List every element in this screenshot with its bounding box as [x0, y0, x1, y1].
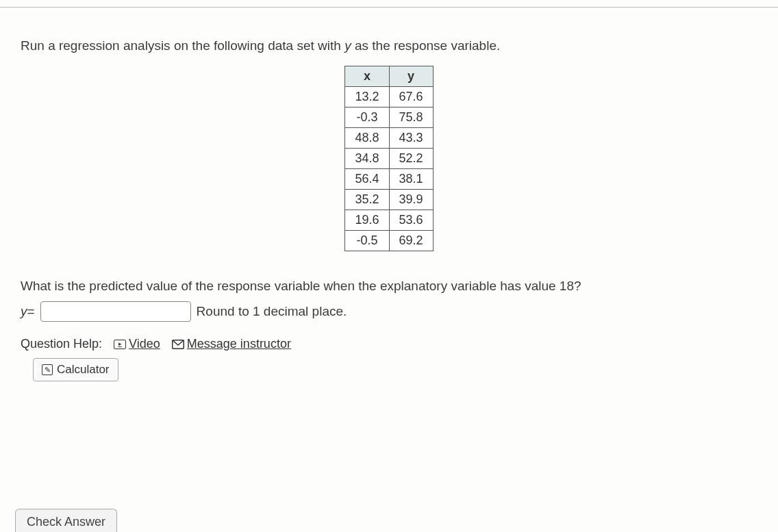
table-row: 56.438.1: [345, 169, 433, 190]
answer-prefix-var: y: [21, 304, 27, 319]
answer-hint: Round to 1 decimal place.: [197, 304, 347, 319]
table-row: 13.267.6: [345, 87, 433, 107]
instruction-post: as the response variable.: [351, 38, 501, 53]
instruction-pre: Run a regression analysis on the followi…: [21, 38, 344, 53]
message-instructor-label: Message instructor: [187, 337, 291, 351]
table-row: 35.239.9: [345, 190, 433, 210]
table-row: 19.653.6: [345, 210, 433, 231]
video-link[interactable]: ▸ Video: [114, 337, 160, 351]
video-link-label: Video: [129, 337, 160, 351]
col-header-y: y: [389, 66, 433, 87]
table-row: 34.852.2: [345, 149, 433, 169]
table-row: -0.569.2: [345, 231, 433, 251]
envelope-icon: [172, 340, 184, 349]
calculator-label: Calculator: [57, 363, 110, 377]
check-answer-button[interactable]: Check Answer: [15, 509, 117, 532]
video-icon: ▸: [114, 340, 126, 349]
instruction-text: Run a regression analysis on the followi…: [21, 38, 757, 53]
instruction-var: y: [344, 38, 351, 53]
table-row: 48.843.3: [345, 128, 433, 149]
table-row: -0.375.8: [345, 107, 433, 128]
help-label: Question Help:: [21, 337, 102, 351]
col-header-x: x: [345, 66, 389, 87]
message-instructor-link[interactable]: Message instructor: [172, 337, 291, 351]
answer-input[interactable]: [40, 301, 191, 322]
question-help-row: Question Help: ▸ Video Message instructo…: [21, 337, 757, 351]
answer-prefix-eq: =: [27, 304, 35, 319]
question-text: What is the predicted value of the respo…: [21, 276, 757, 296]
answer-row: y = Round to 1 decimal place.: [21, 301, 757, 322]
calculator-icon: ✎: [42, 364, 53, 375]
calculator-button[interactable]: ✎ Calculator: [33, 358, 118, 381]
data-table: x y 13.267.6 -0.375.8 48.843.3 34.852.2 …: [344, 66, 433, 251]
